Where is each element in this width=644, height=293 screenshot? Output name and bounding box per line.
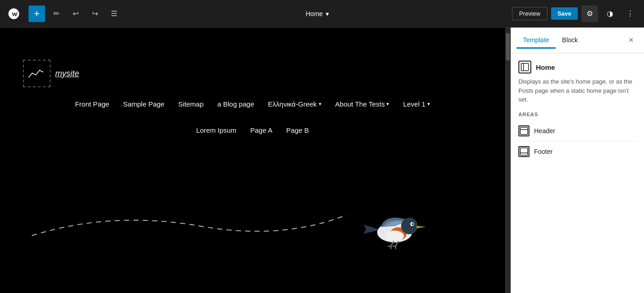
- page-title: Home: [306, 10, 323, 17]
- list-view-button[interactable]: ☰: [106, 6, 122, 22]
- greek-dropdown-icon: ▾: [319, 101, 322, 107]
- svg-point-3: [401, 218, 418, 234]
- nav-primary: Front Page Sample Page Sitemap a Blog pa…: [0, 100, 505, 108]
- save-button[interactable]: Save: [551, 7, 578, 20]
- tab-block[interactable]: Block: [556, 33, 584, 49]
- site-name[interactable]: mysite: [55, 69, 79, 79]
- nav-item-page-a[interactable]: Page A: [250, 126, 272, 134]
- area-item-header[interactable]: Header: [518, 122, 637, 140]
- add-button[interactable]: +: [29, 6, 45, 22]
- svg-point-5: [412, 223, 414, 225]
- gear-icon: ⚙: [586, 9, 593, 18]
- save-label: Save: [558, 10, 571, 17]
- nav-item-blog[interactable]: a Blog page: [217, 100, 254, 108]
- canvas-content: mysite Front Page Sample Page Sitemap a …: [0, 28, 505, 293]
- nav-item-lorem[interactable]: Lorem Ipsum: [196, 126, 236, 134]
- svg-point-2: [385, 231, 404, 242]
- svg-rect-14: [520, 127, 528, 135]
- template-name: Home: [536, 63, 555, 71]
- areas-label: AREAS: [518, 112, 637, 117]
- svg-rect-16: [520, 148, 528, 155]
- canvas-wrapper: mysite Front Page Sample Page Sitemap a …: [0, 28, 505, 293]
- about-dropdown-icon: ▾: [386, 101, 389, 107]
- page-dropdown-chevron: ▾: [326, 10, 329, 17]
- panel-body: Home Displays as the site's home page, o…: [511, 53, 644, 293]
- nav-item-sitemap[interactable]: Sitemap: [178, 100, 203, 108]
- contrast-icon: ◑: [607, 9, 613, 18]
- header-area-label: Header: [534, 127, 555, 135]
- area-item-footer[interactable]: Footer: [518, 142, 637, 161]
- tab-template[interactable]: Template: [517, 33, 556, 49]
- nav-item-front-page[interactable]: Front Page: [75, 100, 109, 108]
- area-divider: [518, 141, 637, 141]
- undo-icon: ↩: [73, 9, 79, 18]
- preview-label: Preview: [519, 10, 540, 17]
- toolbar-left: + ✏ ↩ ↪ ☰: [6, 6, 122, 22]
- nav-item-sample-page[interactable]: Sample Page: [123, 100, 164, 108]
- page-selector[interactable]: Home ▾: [301, 7, 334, 20]
- footer-area-label: Footer: [534, 148, 552, 155]
- logo-box[interactable]: [23, 60, 51, 87]
- main-area: mysite Front Page Sample Page Sitemap a …: [0, 28, 644, 293]
- toolbar: + ✏ ↩ ↪ ☰ Home ▾ Preview Save ⚙: [0, 0, 644, 28]
- contrast-button[interactable]: ◑: [602, 6, 618, 22]
- more-icon: ⋮: [627, 9, 634, 18]
- level1-dropdown-icon: ▾: [427, 101, 430, 107]
- plus-icon: +: [34, 8, 40, 20]
- nav-secondary: Lorem Ipsum Page A Page B: [0, 126, 505, 134]
- nav-item-about-tests[interactable]: About The Tests ▾: [335, 100, 390, 108]
- panel-close-button[interactable]: ×: [624, 33, 638, 48]
- nav-item-level1[interactable]: Level 1 ▾: [403, 100, 430, 108]
- close-icon: ×: [629, 35, 634, 45]
- header-area-icon: [518, 125, 529, 136]
- edit-button[interactable]: ✏: [48, 6, 64, 22]
- pen-icon: ✏: [53, 9, 59, 18]
- right-panel: Template Block × Home Dis: [511, 28, 644, 293]
- canvas-scrollbar[interactable]: [505, 28, 511, 293]
- template-icon: [518, 61, 531, 73]
- wp-logo[interactable]: [6, 6, 22, 22]
- nav-item-page-b[interactable]: Page B: [286, 126, 309, 134]
- bird-area: [358, 199, 431, 256]
- panel-tabs: Template Block ×: [511, 28, 644, 53]
- scrollbar-thumb[interactable]: [506, 33, 510, 61]
- nav-item-greek[interactable]: Ελληνικά-Greek ▾: [268, 100, 322, 108]
- settings-button[interactable]: ⚙: [581, 6, 598, 22]
- footer-area-icon: [518, 146, 529, 157]
- toolbar-right: Preview Save ⚙ ◑ ⋮: [512, 6, 638, 22]
- svg-rect-12: [521, 63, 529, 71]
- toolbar-center: Home ▾: [126, 7, 508, 20]
- list-icon: ☰: [111, 9, 117, 18]
- more-menu-button[interactable]: ⋮: [622, 6, 638, 22]
- template-description: Displays as the site's home page, or as …: [518, 77, 637, 104]
- preview-button[interactable]: Preview: [512, 7, 547, 20]
- panel-section-title: Home: [518, 61, 637, 73]
- redo-icon: ↪: [92, 9, 98, 18]
- site-logo-area: mysite: [23, 60, 79, 87]
- undo-button[interactable]: ↩: [67, 6, 84, 22]
- redo-button[interactable]: ↪: [86, 6, 103, 22]
- dashed-line: [28, 201, 376, 238]
